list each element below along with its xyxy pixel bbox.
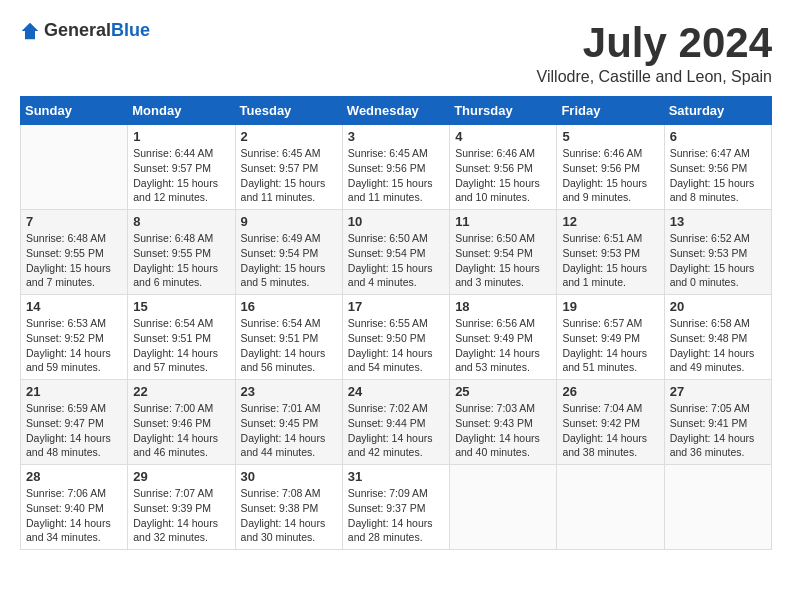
weekday-header-saturday: Saturday bbox=[664, 97, 771, 125]
day-info: Sunrise: 7:06 AMSunset: 9:40 PMDaylight:… bbox=[26, 486, 122, 545]
day-info: Sunrise: 6:48 AMSunset: 9:55 PMDaylight:… bbox=[133, 231, 229, 290]
day-info: Sunrise: 6:52 AMSunset: 9:53 PMDaylight:… bbox=[670, 231, 766, 290]
calendar-cell: 1Sunrise: 6:44 AMSunset: 9:57 PMDaylight… bbox=[128, 125, 235, 210]
day-info: Sunrise: 6:49 AMSunset: 9:54 PMDaylight:… bbox=[241, 231, 337, 290]
calendar-cell: 13Sunrise: 6:52 AMSunset: 9:53 PMDayligh… bbox=[664, 210, 771, 295]
calendar-cell bbox=[557, 465, 664, 550]
day-info: Sunrise: 7:02 AMSunset: 9:44 PMDaylight:… bbox=[348, 401, 444, 460]
day-info: Sunrise: 6:47 AMSunset: 9:56 PMDaylight:… bbox=[670, 146, 766, 205]
weekday-header-tuesday: Tuesday bbox=[235, 97, 342, 125]
calendar-cell: 2Sunrise: 6:45 AMSunset: 9:57 PMDaylight… bbox=[235, 125, 342, 210]
weekday-header-row: SundayMondayTuesdayWednesdayThursdayFrid… bbox=[21, 97, 772, 125]
title-area: July 2024 Villodre, Castille and Leon, S… bbox=[537, 20, 772, 86]
day-number: 14 bbox=[26, 299, 122, 314]
calendar-cell: 28Sunrise: 7:06 AMSunset: 9:40 PMDayligh… bbox=[21, 465, 128, 550]
week-row-1: 1Sunrise: 6:44 AMSunset: 9:57 PMDaylight… bbox=[21, 125, 772, 210]
calendar-cell: 20Sunrise: 6:58 AMSunset: 9:48 PMDayligh… bbox=[664, 295, 771, 380]
weekday-header-wednesday: Wednesday bbox=[342, 97, 449, 125]
day-number: 11 bbox=[455, 214, 551, 229]
month-title: July 2024 bbox=[537, 20, 772, 66]
calendar-cell: 14Sunrise: 6:53 AMSunset: 9:52 PMDayligh… bbox=[21, 295, 128, 380]
calendar-cell: 17Sunrise: 6:55 AMSunset: 9:50 PMDayligh… bbox=[342, 295, 449, 380]
day-number: 13 bbox=[670, 214, 766, 229]
day-info: Sunrise: 6:54 AMSunset: 9:51 PMDaylight:… bbox=[241, 316, 337, 375]
calendar-cell: 9Sunrise: 6:49 AMSunset: 9:54 PMDaylight… bbox=[235, 210, 342, 295]
day-number: 31 bbox=[348, 469, 444, 484]
week-row-3: 14Sunrise: 6:53 AMSunset: 9:52 PMDayligh… bbox=[21, 295, 772, 380]
calendar-cell: 6Sunrise: 6:47 AMSunset: 9:56 PMDaylight… bbox=[664, 125, 771, 210]
calendar-cell: 26Sunrise: 7:04 AMSunset: 9:42 PMDayligh… bbox=[557, 380, 664, 465]
day-number: 24 bbox=[348, 384, 444, 399]
calendar-cell: 24Sunrise: 7:02 AMSunset: 9:44 PMDayligh… bbox=[342, 380, 449, 465]
calendar-cell: 7Sunrise: 6:48 AMSunset: 9:55 PMDaylight… bbox=[21, 210, 128, 295]
day-info: Sunrise: 6:57 AMSunset: 9:49 PMDaylight:… bbox=[562, 316, 658, 375]
day-number: 4 bbox=[455, 129, 551, 144]
day-info: Sunrise: 6:55 AMSunset: 9:50 PMDaylight:… bbox=[348, 316, 444, 375]
day-info: Sunrise: 6:45 AMSunset: 9:56 PMDaylight:… bbox=[348, 146, 444, 205]
calendar-cell: 11Sunrise: 6:50 AMSunset: 9:54 PMDayligh… bbox=[450, 210, 557, 295]
calendar-cell: 18Sunrise: 6:56 AMSunset: 9:49 PMDayligh… bbox=[450, 295, 557, 380]
weekday-header-monday: Monday bbox=[128, 97, 235, 125]
day-info: Sunrise: 6:50 AMSunset: 9:54 PMDaylight:… bbox=[348, 231, 444, 290]
day-number: 7 bbox=[26, 214, 122, 229]
calendar-cell: 31Sunrise: 7:09 AMSunset: 9:37 PMDayligh… bbox=[342, 465, 449, 550]
calendar-cell: 30Sunrise: 7:08 AMSunset: 9:38 PMDayligh… bbox=[235, 465, 342, 550]
day-number: 17 bbox=[348, 299, 444, 314]
day-info: Sunrise: 6:44 AMSunset: 9:57 PMDaylight:… bbox=[133, 146, 229, 205]
day-number: 21 bbox=[26, 384, 122, 399]
calendar-cell: 21Sunrise: 6:59 AMSunset: 9:47 PMDayligh… bbox=[21, 380, 128, 465]
calendar-cell: 3Sunrise: 6:45 AMSunset: 9:56 PMDaylight… bbox=[342, 125, 449, 210]
day-number: 25 bbox=[455, 384, 551, 399]
logo-icon bbox=[20, 21, 40, 41]
day-number: 3 bbox=[348, 129, 444, 144]
day-number: 16 bbox=[241, 299, 337, 314]
location-subtitle: Villodre, Castille and Leon, Spain bbox=[537, 68, 772, 86]
calendar-cell: 25Sunrise: 7:03 AMSunset: 9:43 PMDayligh… bbox=[450, 380, 557, 465]
calendar-cell: 8Sunrise: 6:48 AMSunset: 9:55 PMDaylight… bbox=[128, 210, 235, 295]
day-info: Sunrise: 7:04 AMSunset: 9:42 PMDaylight:… bbox=[562, 401, 658, 460]
day-info: Sunrise: 7:08 AMSunset: 9:38 PMDaylight:… bbox=[241, 486, 337, 545]
week-row-4: 21Sunrise: 6:59 AMSunset: 9:47 PMDayligh… bbox=[21, 380, 772, 465]
calendar-cell: 5Sunrise: 6:46 AMSunset: 9:56 PMDaylight… bbox=[557, 125, 664, 210]
day-info: Sunrise: 6:53 AMSunset: 9:52 PMDaylight:… bbox=[26, 316, 122, 375]
calendar-cell: 15Sunrise: 6:54 AMSunset: 9:51 PMDayligh… bbox=[128, 295, 235, 380]
day-number: 22 bbox=[133, 384, 229, 399]
day-info: Sunrise: 6:59 AMSunset: 9:47 PMDaylight:… bbox=[26, 401, 122, 460]
day-number: 6 bbox=[670, 129, 766, 144]
day-info: Sunrise: 7:09 AMSunset: 9:37 PMDaylight:… bbox=[348, 486, 444, 545]
calendar-cell bbox=[21, 125, 128, 210]
svg-marker-0 bbox=[22, 22, 39, 39]
day-number: 23 bbox=[241, 384, 337, 399]
calendar-cell: 16Sunrise: 6:54 AMSunset: 9:51 PMDayligh… bbox=[235, 295, 342, 380]
day-info: Sunrise: 7:05 AMSunset: 9:41 PMDaylight:… bbox=[670, 401, 766, 460]
day-number: 26 bbox=[562, 384, 658, 399]
day-info: Sunrise: 6:56 AMSunset: 9:49 PMDaylight:… bbox=[455, 316, 551, 375]
logo-general: GeneralBlue bbox=[44, 20, 150, 41]
day-number: 1 bbox=[133, 129, 229, 144]
weekday-header-friday: Friday bbox=[557, 97, 664, 125]
weekday-header-thursday: Thursday bbox=[450, 97, 557, 125]
calendar-cell: 23Sunrise: 7:01 AMSunset: 9:45 PMDayligh… bbox=[235, 380, 342, 465]
day-number: 8 bbox=[133, 214, 229, 229]
day-number: 12 bbox=[562, 214, 658, 229]
day-info: Sunrise: 6:48 AMSunset: 9:55 PMDaylight:… bbox=[26, 231, 122, 290]
day-number: 29 bbox=[133, 469, 229, 484]
day-info: Sunrise: 6:50 AMSunset: 9:54 PMDaylight:… bbox=[455, 231, 551, 290]
day-number: 18 bbox=[455, 299, 551, 314]
day-info: Sunrise: 6:51 AMSunset: 9:53 PMDaylight:… bbox=[562, 231, 658, 290]
calendar-cell: 27Sunrise: 7:05 AMSunset: 9:41 PMDayligh… bbox=[664, 380, 771, 465]
day-info: Sunrise: 7:00 AMSunset: 9:46 PMDaylight:… bbox=[133, 401, 229, 460]
week-row-5: 28Sunrise: 7:06 AMSunset: 9:40 PMDayligh… bbox=[21, 465, 772, 550]
day-info: Sunrise: 7:01 AMSunset: 9:45 PMDaylight:… bbox=[241, 401, 337, 460]
day-info: Sunrise: 6:46 AMSunset: 9:56 PMDaylight:… bbox=[455, 146, 551, 205]
calendar-table: SundayMondayTuesdayWednesdayThursdayFrid… bbox=[20, 96, 772, 550]
calendar-cell bbox=[664, 465, 771, 550]
calendar-cell: 4Sunrise: 6:46 AMSunset: 9:56 PMDaylight… bbox=[450, 125, 557, 210]
weekday-header-sunday: Sunday bbox=[21, 97, 128, 125]
calendar-cell: 19Sunrise: 6:57 AMSunset: 9:49 PMDayligh… bbox=[557, 295, 664, 380]
day-info: Sunrise: 6:54 AMSunset: 9:51 PMDaylight:… bbox=[133, 316, 229, 375]
day-number: 10 bbox=[348, 214, 444, 229]
day-number: 19 bbox=[562, 299, 658, 314]
day-number: 27 bbox=[670, 384, 766, 399]
calendar-cell: 29Sunrise: 7:07 AMSunset: 9:39 PMDayligh… bbox=[128, 465, 235, 550]
